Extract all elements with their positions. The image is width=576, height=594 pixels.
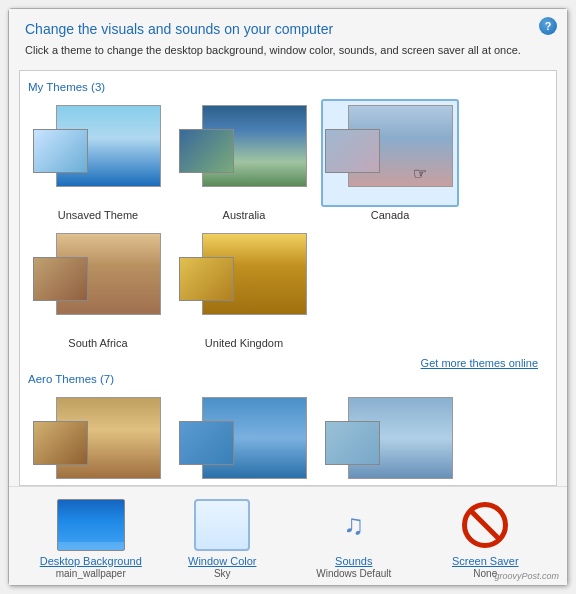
theme-uk-thumb [175,227,313,335]
no-symbol-icon [462,502,508,548]
theme-uk-name: United Kingdom [205,337,283,349]
desktop-background-icon-wrap [56,497,126,553]
australia-small-img [179,129,234,173]
my-themes-label: My Themes (3) [28,81,548,93]
theme-aero1[interactable] [28,391,168,485]
watermark: groovyPost.com [494,571,559,581]
desktop-background-tool[interactable]: Desktop Background main_wallpaper [31,497,151,579]
sounds-label: Sounds [335,555,372,567]
canada-small-img [325,129,380,173]
theme-australia-name: Australia [223,209,266,221]
sounds-icon: ♫ [326,499,382,551]
music-notes-glyph: ♫ [343,511,364,539]
aero1-small-img [33,421,88,465]
get-more-themes-link[interactable]: Get more themes online [28,357,548,369]
theme-canada-name: Canada [371,209,410,221]
aero2-small-img [179,421,234,465]
aero3-small-img [325,421,380,465]
theme-unsaved-name: Unsaved Theme [58,209,139,221]
help-icon[interactable]: ? [539,17,557,35]
theme-uk[interactable]: United Kingdom [174,227,314,349]
themes-scroll-inner[interactable]: My Themes (3) Unsaved Theme Au [20,71,556,485]
screen-saver-label: Screen Saver [452,555,519,567]
theme-southafrica-thumb [29,227,167,335]
window-subtitle: Click a theme to change the desktop back… [25,43,551,58]
aero-themes-grid [28,391,548,485]
theme-aero2-thumb [175,391,313,485]
screen-saver-tool[interactable]: Screen Saver None [425,497,545,579]
theme-australia[interactable]: Australia [174,99,314,221]
aero-themes-label: Aero Themes (7) [28,373,548,385]
southafrica-small-img [33,257,88,301]
theme-canada-thumb: ☞ [321,99,459,207]
theme-southafrica-name: South Africa [68,337,127,349]
sounds-tool[interactable]: ♫ Sounds Windows Default [294,497,414,579]
theme-aero2[interactable] [174,391,314,485]
themes-scroll-area: My Themes (3) Unsaved Theme Au [19,70,557,486]
window-header: Change the visuals and sounds on your co… [9,9,567,70]
window-color-icon-wrap [187,497,257,553]
personalization-window: ? Change the visuals and sounds on your … [8,8,568,586]
theme-australia-thumb [175,99,313,207]
window-color-sublabel: Sky [214,568,231,579]
bottom-toolbar: Desktop Background main_wallpaper Window… [9,486,567,585]
window-title: Change the visuals and sounds on your co… [25,21,551,37]
sounds-sublabel: Windows Default [316,568,391,579]
window-color-label: Window Color [188,555,256,567]
desktop-background-icon [57,499,125,551]
theme-canada[interactable]: ☞ Canada [320,99,460,221]
my-themes-grid: Unsaved Theme Australia ☞ [28,99,548,349]
theme-aero3-thumb [321,391,459,485]
desktop-background-sublabel: main_wallpaper [56,568,126,579]
theme-aero1-thumb [29,391,167,485]
theme-aero3[interactable] [320,391,460,485]
sounds-icon-wrap: ♫ [319,497,389,553]
theme-unsaved-thumb [29,99,167,207]
theme-south-africa[interactable]: South Africa [28,227,168,349]
desktop-background-label: Desktop Background [40,555,142,567]
window-color-tool[interactable]: Window Color Sky [162,497,282,579]
window-color-icon [194,499,250,551]
uk-small-img [179,257,234,301]
unsaved-small-img [33,129,88,173]
theme-unsaved[interactable]: Unsaved Theme [28,99,168,221]
screen-saver-icon [457,499,513,551]
screen-saver-icon-wrap [450,497,520,553]
